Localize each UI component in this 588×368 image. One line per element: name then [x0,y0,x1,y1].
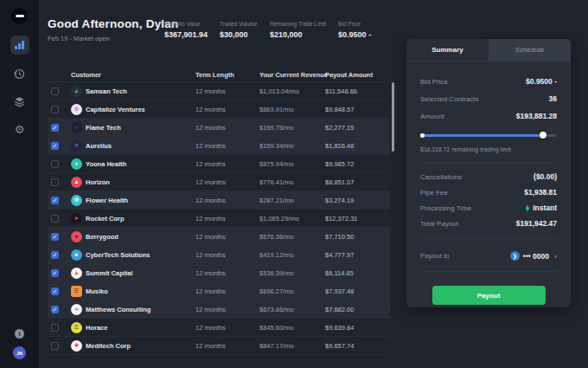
table-row[interactable]: ✓ ✳ Aurelius 12 months $159.34/mo $1,816… [48,137,390,155]
bank-account-icon: ❯ [510,251,520,261]
table-row[interactable]: ✓ ✿ Flower Health 12 months $287.21/mo $… [48,191,390,210]
history-clock-icon [14,68,25,80]
tab-summary[interactable]: Summary [406,39,489,61]
row-checkbox[interactable] [51,342,59,350]
payout-amount: $3,274.19 [325,197,390,204]
sidebar-item-history[interactable] [11,65,29,82]
table-row[interactable]: ● Yoona Health 12 months $875.94/mo $9,9… [48,155,390,173]
customer-logo-icon: ➤ [71,213,82,224]
sidebar: ⚙ i JN [0,0,40,368]
customer-name: Flame Tech [86,124,195,132]
table-row[interactable]: ✚ Meditech Corp 12 months $847.17/mo $9,… [48,337,390,355]
term-length: 12 months [195,287,259,295]
current-revenue: $875.94/mo [259,160,325,168]
payout-button[interactable]: Payout [432,286,546,305]
payout-amount: $2,277.15 [325,124,390,132]
row-checkbox[interactable]: ✓ [51,142,59,150]
col-term-length: Term Length [195,71,259,79]
payout-amount: $9,848.57 [325,106,390,113]
current-revenue: $419.12/mo [259,251,325,259]
row-bid-price: Bid Price $0.9500 - [420,77,557,86]
customer-name: Aurelius [86,142,195,150]
stat-portfolio-value: Portfolio Value $367,901.94 [164,21,208,39]
row-checkbox[interactable]: ✓ [51,233,59,241]
payout-account-selector[interactable]: ❯ ••• 0000 › [510,251,557,261]
current-revenue: $776.41/mo [259,178,325,186]
table-row[interactable]: ☰ Horace 12 months $845.60/mo $9,639.84 [48,319,390,337]
gear-icon: ⚙ [15,124,25,135]
row-checkbox[interactable] [51,178,59,186]
table-row[interactable]: ✓ ○ Flame Tech 12 months $199.75/mo $2,2… [48,119,390,137]
user-avatar[interactable]: JN [13,346,26,359]
table-row[interactable]: ✓ ● Berrygood 12 months $676.36/mo $7,71… [48,228,390,246]
row-checkbox[interactable] [51,160,59,168]
table-row[interactable]: ✓ ∞ Matthews Consulting 12 months $673.8… [48,300,390,319]
term-length: 12 months [195,178,259,186]
customer-logo-icon: ● [71,231,82,242]
info-icon[interactable]: i [15,329,24,339]
sidebar-item-layers[interactable] [11,93,29,110]
term-length: 12 months [195,215,259,223]
table-row[interactable]: ✓ ☰ Musiko 12 months $696.27/mo $7,937.4… [48,282,390,300]
payout-amount: $8,851.07 [325,178,390,186]
divider [420,163,557,164]
panel-tabs: Summary Schedule [406,39,571,61]
payout-summary-panel: Summary Schedule Bid Price $0.9500 - Sel… [406,39,571,307]
row-checkbox[interactable] [51,324,59,332]
amount-slider[interactable] [420,132,557,139]
table-scrollbar[interactable] [392,82,394,152]
customer-logo-icon: ∞ [71,304,82,315]
header-stats: Portfolio Value $367,901.94 Traded Volum… [164,21,376,39]
sidebar-item-dashboard[interactable] [10,36,29,55]
current-revenue: $696.27/mo [259,287,325,295]
sidebar-item-settings[interactable]: ⚙ [11,120,29,138]
payout-amount: $7,682.00 [325,306,390,313]
row-checkbox[interactable] [51,87,59,95]
row-checkbox[interactable]: ✓ [51,287,59,295]
payout-amount: $11,548.66 [325,87,390,95]
account-number: ••• 0000 [523,252,549,261]
current-revenue: $1,085.29/mo [259,215,325,223]
table-row[interactable]: ✓ ▲ Summit Capital 12 months $536.39/mo … [48,264,390,282]
table-row[interactable]: ▲ Samsan Tech 12 months $1,013.04/mo $11… [48,82,390,100]
current-revenue: $845.60/mo [259,324,325,332]
stat-traded-volume: Traded Volume $30,000 [220,21,258,39]
term-length: 12 months [195,324,259,332]
slider-thumb[interactable] [540,132,546,139]
table-header: Customer Term Length Your Current Revenu… [48,68,390,82]
row-checkbox[interactable] [51,215,59,223]
payout-amount: $9,985.72 [325,160,390,168]
customer-name: Flower Health [86,197,195,204]
table-row[interactable]: ▲ Horizon 12 months $776.41/mo $8,851.07 [48,173,390,191]
lightning-icon [525,204,530,212]
term-length: 12 months [195,87,259,95]
current-revenue: $673.86/mo [259,306,325,313]
row-checkbox[interactable]: ✓ [51,197,59,204]
current-revenue: $199.75/mo [259,124,325,132]
row-checkbox[interactable]: ✓ [51,269,59,277]
current-revenue: $847.17/mo [259,342,325,350]
layers-icon [14,96,25,107]
row-checkbox[interactable]: ✓ [51,124,59,132]
payout-amount: $6,114.85 [325,269,390,277]
term-length: 12 months [195,251,259,259]
customer-logo-icon: ● [71,158,82,170]
current-revenue: $536.39/mo [259,269,325,277]
col-payout-amount: Payout Amount [325,71,390,79]
customer-logo-icon: ✿ [71,104,82,115]
customer-logo-icon: ○ [71,122,82,133]
current-revenue: $676.36/mo [259,233,325,241]
tab-schedule[interactable]: Schedule [489,39,571,61]
row-checkbox[interactable] [51,106,59,113]
term-length: 12 months [195,342,259,350]
payout-amount: $12,372.31 [325,215,390,223]
customer-logo-icon: ✚ [71,340,82,352]
row-checkbox[interactable]: ✓ [51,306,59,313]
table-row[interactable]: ✿ Capitalize Ventures 12 months $863.91/… [48,100,390,119]
table-row[interactable]: ✓ ■ CyberTech Solutions 12 months $419.1… [48,246,390,264]
table-row[interactable]: ➤ Rocket Corp 12 months $1,085.29/mo $12… [48,210,390,228]
remaining-limit-note: $16,118.72 remaining trading limit [420,146,557,152]
customer-name: Matthews Consulting [86,306,195,313]
row-checkbox[interactable]: ✓ [51,251,59,259]
table-body: ▲ Samsan Tech 12 months $1,013.04/mo $11… [48,82,390,355]
